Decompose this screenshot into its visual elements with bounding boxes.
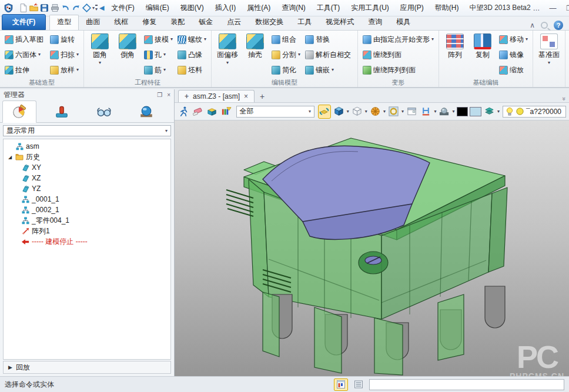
shell-button[interactable]: 抽壳 [242,32,268,61]
menu-applications[interactable]: 应用(P) [395,0,429,16]
tree-item-asm[interactable]: asm [4,141,170,152]
move-button[interactable]: 移动▾ [497,32,530,47]
visibility-manager-tab[interactable] [87,100,121,122]
box-button[interactable]: 六面体▾ [3,47,47,62]
menu-file[interactable]: 文件(F) [106,0,140,16]
help-icon[interactable]: ? [554,21,563,30]
resolve-self-intersection-button[interactable]: 解析自相交 [303,47,354,62]
tab-shape[interactable]: 造型 [49,15,79,30]
layer-button[interactable] [483,105,496,119]
tab-mold[interactable]: 模具 [389,15,417,30]
app-logo-icon[interactable] [4,2,14,15]
command-input[interactable] [369,379,564,390]
sweep-button[interactable]: 扫掠▾ [48,47,81,62]
erase-button[interactable] [192,105,204,119]
align-view-button[interactable] [318,105,330,119]
overflow-button[interactable]: … [531,4,542,12]
tab-tools[interactable]: 工具 [290,15,319,30]
menu-insert[interactable]: 插入(I) [210,0,241,16]
new-document-tab-button[interactable]: + [255,91,270,102]
tab-assembly[interactable]: 装配 [163,15,192,30]
insert-sketch-button[interactable]: 插入草图 [3,32,47,47]
menu-utilities[interactable]: 实用工具(U) [346,0,394,16]
extrude-button[interactable]: 拉伸 [3,62,47,78]
pick-filter-button[interactable] [220,105,232,119]
thread-button[interactable]: 螺纹▾ [176,32,208,47]
collapse-ribbon-icon[interactable]: ∧ [530,21,535,29]
manager-filter-select[interactable]: 显示常用 ▾ [3,125,171,136]
fillet-button[interactable]: 圆角▾ [87,32,113,65]
wireframe-display-button[interactable] [351,105,363,119]
tab-repair[interactable]: 修复 [135,15,163,30]
tab-visualize[interactable]: 视觉样式 [319,15,361,30]
shaded-dropdown-icon[interactable]: ▾ [347,109,349,114]
revolve-button[interactable]: 旋转 [48,32,81,47]
tab-data-exchange[interactable]: 数据交换 [248,15,290,30]
blue-color-swatch[interactable] [470,107,481,116]
pattern-button[interactable]: 阵列 [442,32,468,61]
hole-button[interactable]: 孔▾ [142,47,175,62]
tree-item-plane-xz[interactable]: XZ [4,173,170,183]
save-button[interactable] [39,2,49,15]
deform-from-point-button[interactable]: 由指定点开始变形▾ [361,32,436,47]
simplify-button[interactable]: 简化 [270,62,302,78]
tree-item-plane-xy[interactable]: XY [4,162,170,173]
tree-item-component-part004[interactable]: _零件004_1 [4,215,170,226]
background-dropdown-icon[interactable]: ▾ [453,109,455,114]
visual-style-button[interactable] [387,105,400,119]
rib-button[interactable]: 筋▾ [142,62,175,78]
divide-button[interactable]: 分割▾ [270,47,302,62]
ui-manager-toggle-button[interactable] [334,378,348,391]
replace-button[interactable]: 替换 [303,32,354,47]
combine-button[interactable]: 组合 [270,32,302,47]
shaded-display-button[interactable] [333,105,345,119]
loft-button[interactable]: 放样▾ [48,62,81,78]
visual-manager-tab[interactable] [129,100,163,122]
wrap-pattern-to-face-button[interactable]: 缠绕阵列到面 [361,62,436,78]
manager-restore-icon[interactable]: ❐ [157,92,162,98]
flange-button[interactable]: 凸缘 [176,47,208,62]
draft-button[interactable]: 拔模▾ [142,32,175,47]
stock-button[interactable]: 坯料 [176,62,208,78]
visual-style-dropdown-icon[interactable]: ▾ [401,109,404,114]
replay-section[interactable]: ▶ 回放 [3,361,171,374]
menu-edit[interactable]: 编辑(E) [140,0,175,16]
menu-help[interactable]: 帮助(H) [430,0,464,16]
section-view-button[interactable] [420,105,432,119]
background-button[interactable] [438,105,450,119]
viewport-window-button[interactable] [406,105,418,119]
tab-wireframe[interactable]: 线框 [107,15,135,30]
tab-close-icon[interactable]: × [244,92,248,100]
command-log-button[interactable] [352,378,366,391]
assembly-manager-tab[interactable] [45,100,79,122]
datum-plane-button[interactable]: 基准面▾ [536,32,562,65]
view-orientation-dropdown-icon[interactable]: ▾ [383,109,386,114]
menu-attribute[interactable]: 属性(A) [242,0,276,16]
chamfer-button[interactable]: 倒角 [115,32,140,61]
redo-button[interactable] [71,2,81,15]
tab-point-cloud[interactable]: 点云 [220,15,248,30]
face-offset-button[interactable]: 面偏移▾ [215,32,240,65]
toolbar-overflow-icon[interactable]: » [563,94,569,102]
tab-file[interactable]: 文件(F) [2,14,46,30]
restore-button[interactable]: ❐ [564,4,569,12]
view-navigation-dropdown-icon[interactable]: ▾ [92,5,95,11]
tree-item-model-stop-marker[interactable]: ----- 建模停止 ----- [4,236,170,247]
exit-button[interactable] [178,105,190,119]
inlay-button[interactable]: 镶嵌▾ [303,62,354,78]
wrap-to-face-button[interactable]: 缠绕到面 [361,47,436,62]
tab-sheet-metal[interactable]: 钣金 [192,15,220,30]
menu-view[interactable]: 视图(V) [175,0,209,16]
scale-button[interactable]: 缩放 [497,62,530,78]
minimize-button[interactable]: — [548,4,558,12]
viewport-3d[interactable]: PC PHPCMS.CN [175,120,569,376]
tree-item-plane-yz[interactable]: YZ [4,183,170,194]
customize-qat-button[interactable]: ▾ [95,2,98,15]
tab-inquire[interactable]: 查询 [361,15,389,30]
wireframe-dropdown-icon[interactable]: ▾ [365,109,367,114]
black-color-swatch[interactable] [457,107,468,116]
layer-dropdown-icon[interactable]: ▾ [497,109,500,114]
manager-close-icon[interactable]: × [167,92,170,98]
search-icon[interactable] [541,22,548,29]
open-file-button[interactable] [29,2,39,15]
